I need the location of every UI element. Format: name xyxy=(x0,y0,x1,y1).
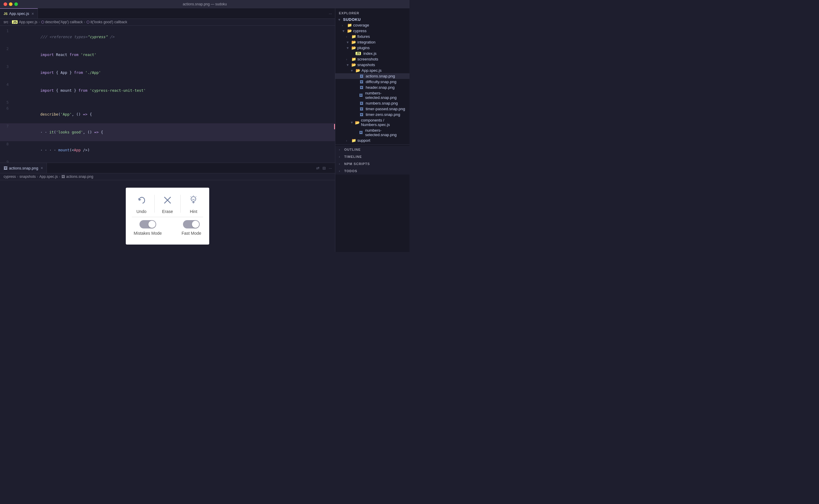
erase-icon xyxy=(161,194,174,207)
tree-plugins[interactable]: ▼ 📂 plugins xyxy=(335,45,410,51)
divider-1 xyxy=(154,195,155,213)
code-line-8: 8 · · · · mount(<App />) xyxy=(0,141,335,159)
hint-icon xyxy=(187,194,200,207)
bottom-tab-close[interactable]: × xyxy=(41,166,43,170)
tab-more-button[interactable]: ··· xyxy=(329,11,332,16)
bc-cube-icon-1: ⬡ xyxy=(41,20,44,24)
fast-toggle[interactable] xyxy=(183,220,200,228)
folder-icon-support: 📁 xyxy=(351,138,356,143)
code-line-7: 7 · · it('looks good', () => { xyxy=(0,123,335,141)
snap-undo: Undo xyxy=(135,194,148,214)
tree-app-spec-folder[interactable]: ▼ 📂 App.spec.js xyxy=(335,68,410,73)
js-icon: JS xyxy=(4,12,7,15)
section-label-timeline: TIMELINE xyxy=(344,155,362,158)
code-editor[interactable]: 1 /// <reference types="cypress" /> 2 im… xyxy=(0,26,335,163)
bottom-tab-bar: 🖼 actions.snap.png × ⇄ ⊟ ··· xyxy=(0,163,335,173)
chevron-right-timeline: › xyxy=(339,155,343,158)
bc-sep-3: › xyxy=(84,20,85,24)
folder-icon-screenshots: 📁 xyxy=(351,57,356,61)
chevron-right-icon: › xyxy=(342,24,346,27)
chevron-right-todos: › xyxy=(339,169,343,173)
tree-screenshots[interactable]: › 📁 screenshots xyxy=(335,56,410,62)
line-num-4: 4 xyxy=(0,82,13,88)
tree-cypress[interactable]: ▼ 📂 cypress xyxy=(335,28,410,34)
snap-hint: Hint xyxy=(187,194,200,214)
window-title: actions.snap.png — sudoku xyxy=(183,2,227,6)
tree-snapshots[interactable]: ▼ 📂 snapshots xyxy=(335,62,410,68)
tree-header-snap[interactable]: 🖼 header.snap.png xyxy=(335,85,410,90)
tree-timer-passed-snap[interactable]: 🖼 timer-passed.snap.png xyxy=(335,106,410,112)
folder-open-icon-snapshots: 📂 xyxy=(351,63,356,67)
tree-label-plugins: plugins xyxy=(357,46,369,50)
section-npm-scripts[interactable]: › NPM SCRIPTS xyxy=(335,160,410,167)
line-content-1: /// <reference types="cypress" /> xyxy=(13,28,335,46)
line-content-3: import { App } from './App' xyxy=(13,64,335,82)
tree-numbers-spec-folder[interactable]: ▼ 📂 components / Numbers.spec.js xyxy=(335,117,410,127)
tree-difficulty-snap[interactable]: 🖼 difficulty.snap.png xyxy=(335,79,410,85)
section-label-outline: OUTLINE xyxy=(344,148,360,151)
sidebar-sections: › OUTLINE › TIMELINE › NPM SCRIPTS › TOD… xyxy=(335,144,410,175)
bottom-tab-actions-snap[interactable]: 🖼 actions.snap.png × xyxy=(0,163,47,173)
snap-file-icon: 🖼 xyxy=(4,166,7,170)
tree-label-numbers-spec-folder: components / Numbers.spec.js xyxy=(361,118,407,127)
undo-label: Undo xyxy=(136,209,146,214)
code-line-2: 2 import React from 'react' xyxy=(0,46,335,64)
hint-label: Hint xyxy=(190,209,197,214)
folder-open-icon: 📂 xyxy=(347,29,352,33)
tree-numbers-selected-snap[interactable]: 🖼 numbers-selected.snap.png xyxy=(335,90,410,100)
svg-point-2 xyxy=(191,197,196,201)
svg-line-6 xyxy=(196,197,196,197)
tree-label-integration: integration xyxy=(357,40,375,44)
tree-label-numbers-selected-snap: numbers-selected.snap.png xyxy=(365,91,407,100)
tree-numbers-selected-snap-2[interactable]: 🖼 numbers-selected.snap.png xyxy=(335,127,410,138)
image-file-icon-difficulty: 🖼 xyxy=(360,80,363,84)
toggle-panel-icon[interactable]: ⊟ xyxy=(322,166,326,170)
editor-tab-bar: JS App.spec.js × ··· xyxy=(0,8,335,19)
section-todos[interactable]: › TODOS xyxy=(335,167,410,175)
bc-sep-b2: › xyxy=(37,175,38,179)
bottom-breadcrumb: cypress › snapshots › App.spec.js › 🖼 ac… xyxy=(0,173,335,180)
chevron-right-icon-support: › xyxy=(346,139,350,142)
more-actions-icon[interactable]: ··· xyxy=(329,166,332,170)
image-file-icon-timer-passed: 🖼 xyxy=(360,107,363,111)
split-editor-icon[interactable]: ⇄ xyxy=(316,166,319,170)
mistakes-label: Mistakes Mode xyxy=(134,231,162,236)
tree-support[interactable]: › 📁 support xyxy=(335,138,410,143)
maximize-button[interactable] xyxy=(14,2,18,6)
tree-fixtures[interactable]: › 📁 fixtures xyxy=(335,34,410,39)
chevron-down-icon-numbers: ▼ xyxy=(350,121,354,124)
tree-integration[interactable]: ▼ 📂 integration xyxy=(335,39,410,45)
bottom-panel: 🖼 actions.snap.png × ⇄ ⊟ ··· cypress › s… xyxy=(0,163,335,252)
bc-app-spec: App.spec.js xyxy=(39,175,58,179)
image-file-icon-numbers: 🖼 xyxy=(360,101,363,105)
tab-close-button[interactable]: × xyxy=(32,11,34,16)
window-controls[interactable] xyxy=(4,2,18,6)
image-preview: Undo Erase xyxy=(0,180,335,252)
section-timeline[interactable]: › TIMELINE xyxy=(335,153,410,160)
tree-sudoku[interactable]: ▼ SUDOKU xyxy=(335,17,410,22)
code-line-1: 1 /// <reference types="cypress" /> xyxy=(0,28,335,46)
line-content-8: · · · · mount(<App />) xyxy=(13,141,335,159)
folder-open-icon-plugins: 📂 xyxy=(351,46,356,50)
code-line-6: 6 describe('App', () => { xyxy=(0,105,335,123)
snap-row-1: Undo Erase xyxy=(132,194,203,214)
undo-icon xyxy=(135,194,148,207)
tree-label-actions-snap: actions.snap.png xyxy=(366,74,395,78)
tree-coverage[interactable]: › 📁 coverage xyxy=(335,22,410,28)
minimize-button[interactable] xyxy=(9,2,13,6)
tree-numbers-snap[interactable]: 🖼 numbers.snap.png xyxy=(335,100,410,106)
tree-index-js[interactable]: JS index.js xyxy=(335,51,410,56)
tree-label-snapshots: snapshots xyxy=(357,63,375,67)
section-outline[interactable]: › OUTLINE xyxy=(335,146,410,153)
explorer-header: EXPLORER xyxy=(335,8,410,17)
tree-timer-zero-snap[interactable]: 🖼 timer-zero.snap.png xyxy=(335,112,410,117)
mistakes-toggle[interactable] xyxy=(139,220,156,228)
line-content-6: describe('App', () => { xyxy=(13,105,335,123)
tree-actions-snap[interactable]: 🖼 actions.snap.png xyxy=(335,73,410,79)
tab-app-spec[interactable]: JS App.spec.js × xyxy=(0,8,38,18)
close-button[interactable] xyxy=(4,2,7,6)
tree-label-app-spec-folder: App.spec.js xyxy=(361,68,381,73)
tree-label-support: support xyxy=(357,138,370,143)
bc-img-icon: 🖼 xyxy=(61,175,65,179)
tree-label-header-snap: header.snap.png xyxy=(366,85,394,90)
